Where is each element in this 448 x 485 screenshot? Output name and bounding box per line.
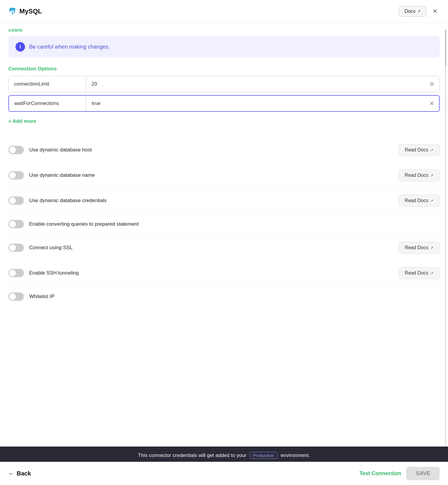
toggle-left-ssh: Enable SSH tunneling bbox=[8, 269, 79, 277]
read-docs-ssl-button[interactable]: Read Docs ↗ bbox=[399, 242, 440, 254]
test-connection-button[interactable]: Test Connection bbox=[360, 470, 401, 477]
header: 🐬 MySQL Docs ↗ × bbox=[0, 0, 448, 23]
read-docs-dynamic-host-label: Read Docs bbox=[405, 147, 428, 153]
external-link-icon: ↗ bbox=[430, 148, 433, 152]
toggle-row-dynamic-credentials: Use dynamic database credentials Read Do… bbox=[8, 188, 440, 213]
read-docs-dynamic-credentials-button[interactable]: Read Docs ↗ bbox=[399, 195, 440, 207]
toggle-dynamic-name[interactable] bbox=[8, 171, 24, 179]
read-docs-ssh-label: Read Docs bbox=[405, 270, 428, 276]
save-button[interactable]: SAVE bbox=[406, 467, 440, 480]
toggle-left-prepared-statement: Enable converting queries to prepared st… bbox=[8, 220, 139, 228]
toggle-whitelist-label: Whitelist IP bbox=[29, 294, 55, 300]
connection-options-heading: Connection Options bbox=[8, 66, 440, 72]
toggle-row-ssl: Connect using SSL Read Docs ↗ bbox=[8, 235, 440, 261]
toggle-dynamic-host-label: Use dynamic database host bbox=[29, 147, 92, 153]
bottom-bar-text-before: This connector credentials will get adde… bbox=[138, 453, 246, 458]
footer-actions: ← Back Test Connection SAVE bbox=[0, 462, 448, 485]
header-left: 🐬 MySQL bbox=[8, 7, 42, 15]
connection-limit-row: connectionLimit ✕ bbox=[8, 76, 440, 92]
read-docs-ssh-button[interactable]: Read Docs ↗ bbox=[399, 267, 440, 279]
external-link-icon: ↗ bbox=[430, 246, 433, 250]
toggle-dynamic-name-label: Use dynamic database name bbox=[29, 172, 95, 178]
toggle-row-whitelist: Whitelist IP bbox=[8, 286, 440, 307]
toggle-left-dynamic-host: Use dynamic database host bbox=[8, 146, 92, 154]
read-docs-dynamic-name-button[interactable]: Read Docs ↗ bbox=[399, 169, 440, 181]
toggle-dynamic-credentials-label: Use dynamic database credentials bbox=[29, 198, 107, 204]
toggle-dynamic-credentials-slider bbox=[8, 196, 24, 205]
admin-section-label: ADMIN bbox=[8, 23, 440, 36]
toggle-whitelist[interactable] bbox=[8, 292, 24, 301]
bottom-bar-text-after: environment. bbox=[281, 453, 310, 458]
header-right: Docs ↗ × bbox=[399, 5, 440, 17]
info-banner-text: Be careful when making changes. bbox=[29, 44, 110, 50]
external-link-icon: ↗ bbox=[430, 173, 433, 178]
page-title: MySQL bbox=[19, 7, 42, 15]
footer-right: Test Connection SAVE bbox=[360, 467, 440, 480]
toggle-ssh[interactable] bbox=[8, 269, 24, 277]
back-arrow-icon: ← bbox=[8, 470, 14, 477]
mysql-icon: 🐬 bbox=[8, 7, 16, 15]
read-docs-ssl-label: Read Docs bbox=[405, 245, 428, 250]
toggle-ssh-label: Enable SSH tunneling bbox=[29, 270, 79, 276]
toggle-prepared-statement-slider bbox=[8, 220, 24, 228]
toggle-dynamic-host-slider bbox=[8, 146, 24, 154]
toggle-dynamic-name-slider bbox=[8, 171, 24, 179]
docs-label: Docs bbox=[405, 9, 415, 14]
read-docs-dynamic-credentials-label: Read Docs bbox=[405, 198, 428, 203]
toggle-prepared-statement[interactable] bbox=[8, 220, 24, 228]
back-button[interactable]: ← Back bbox=[8, 470, 31, 477]
environment-badge: Production bbox=[250, 452, 278, 459]
read-docs-dynamic-host-button[interactable]: Read Docs ↗ bbox=[399, 144, 440, 156]
wait-for-connections-row: waitForConnections ✕ bbox=[8, 95, 440, 112]
connection-limit-value[interactable] bbox=[86, 76, 425, 92]
info-icon: i bbox=[15, 42, 25, 52]
toggle-whitelist-slider bbox=[8, 292, 24, 301]
toggle-dynamic-credentials[interactable] bbox=[8, 196, 24, 205]
close-button[interactable]: × bbox=[430, 5, 440, 17]
main-content: ADMIN i Be careful when making changes. … bbox=[0, 23, 448, 343]
info-banner: i Be careful when making changes. bbox=[8, 36, 440, 58]
toggle-row-ssh: Enable SSH tunneling Read Docs ↗ bbox=[8, 261, 440, 286]
toggle-rows: Use dynamic database host Read Docs ↗ Us… bbox=[8, 137, 440, 307]
connection-limit-key: connectionLimit bbox=[9, 76, 86, 92]
back-label: Back bbox=[17, 470, 31, 477]
external-link-icon: ↗ bbox=[417, 9, 421, 13]
read-docs-dynamic-name-label: Read Docs bbox=[405, 173, 428, 178]
toggle-left-dynamic-name: Use dynamic database name bbox=[8, 171, 95, 179]
toggle-left-ssl: Connect using SSL bbox=[8, 244, 73, 252]
connection-limit-delete-button[interactable]: ✕ bbox=[425, 76, 439, 92]
wait-for-connections-key: waitForConnections bbox=[9, 96, 86, 111]
toggle-ssl[interactable] bbox=[8, 244, 24, 252]
wait-for-connections-value[interactable] bbox=[86, 96, 424, 111]
wait-for-connections-delete-button[interactable]: ✕ bbox=[424, 96, 439, 111]
toggle-left-whitelist: Whitelist IP bbox=[8, 292, 55, 301]
scrollbar[interactable] bbox=[445, 30, 446, 449]
toggle-ssh-slider bbox=[8, 269, 24, 277]
toggle-ssl-slider bbox=[8, 244, 24, 252]
toggle-left-dynamic-credentials: Use dynamic database credentials bbox=[8, 196, 107, 205]
toggle-dynamic-host[interactable] bbox=[8, 146, 24, 154]
toggle-row-dynamic-host: Use dynamic database host Read Docs ↗ bbox=[8, 137, 440, 163]
external-link-icon: ↗ bbox=[430, 199, 433, 203]
toggle-row-dynamic-name: Use dynamic database name Read Docs ↗ bbox=[8, 163, 440, 188]
external-link-icon: ↗ bbox=[430, 271, 433, 275]
scrollbar-thumb[interactable] bbox=[445, 30, 446, 66]
toggle-prepared-statement-label: Enable converting queries to prepared st… bbox=[29, 221, 139, 227]
add-more-button[interactable]: + Add more bbox=[8, 116, 36, 127]
bottom-bar-text: This connector credentials will get adde… bbox=[138, 452, 310, 459]
docs-button[interactable]: Docs ↗ bbox=[399, 6, 426, 17]
toggle-row-prepared-statement: Enable converting queries to prepared st… bbox=[8, 213, 440, 235]
toggle-ssl-label: Connect using SSL bbox=[29, 245, 73, 251]
